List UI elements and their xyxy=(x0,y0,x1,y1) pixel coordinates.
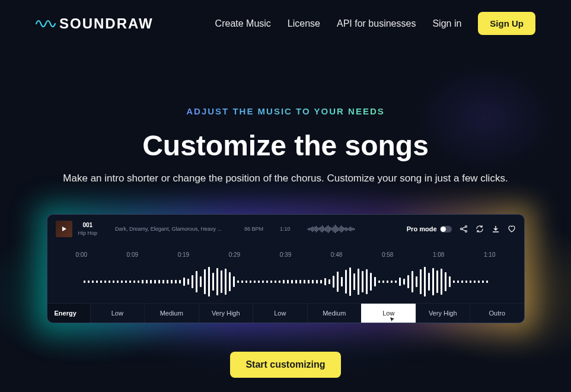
nav-api[interactable]: API for businesses xyxy=(337,18,416,29)
track-duration: 1:10 xyxy=(280,226,291,232)
track-thumbnail[interactable] xyxy=(56,221,72,237)
energy-label: Energy xyxy=(47,304,90,323)
energy-row: Energy LowMediumVery HighLowMediumLowVer… xyxy=(47,303,524,323)
track-tags: Dark, Dreamy, Elegant, Glamorous, Heavy … xyxy=(115,226,222,232)
energy-segment[interactable]: Outro xyxy=(470,304,524,323)
waveform[interactable] xyxy=(47,260,524,303)
energy-segment[interactable]: Low xyxy=(361,304,416,323)
energy-segment[interactable]: Low xyxy=(253,304,307,323)
toggle-icon xyxy=(440,226,452,232)
track-id: 001 xyxy=(78,222,98,228)
energy-segment[interactable]: Very High xyxy=(199,304,253,323)
signup-button[interactable]: Sign Up xyxy=(478,12,535,35)
regenerate-icon[interactable] xyxy=(476,225,484,233)
energy-segment[interactable]: Low xyxy=(90,304,145,323)
hero-subhead: Make an intro shorter or change the posi… xyxy=(0,173,571,184)
time-mark: 1:08 xyxy=(433,251,444,258)
site-header: SOUNDRAW Create Music License API for bu… xyxy=(0,0,571,47)
start-customizing-button[interactable]: Start customizing xyxy=(230,352,340,378)
time-mark: 0:58 xyxy=(382,251,393,258)
time-mark: 0:48 xyxy=(331,251,342,258)
main-nav: Create Music License API for businesses … xyxy=(215,12,535,35)
nav-signin[interactable]: Sign in xyxy=(432,18,461,29)
logo-text: SOUNDRAW xyxy=(59,15,154,32)
eyebrow-text: ADJUST THE MUSIC TO YOUR NEEDS xyxy=(0,106,571,116)
mini-waveform xyxy=(308,225,355,233)
svg-point-0 xyxy=(460,228,462,230)
editor-panel: 001 Hip Hop Dark, Dreamy, Elegant, Glamo… xyxy=(47,214,525,323)
time-marks: 0:000:090:190:290:390:480:581:081:10 xyxy=(76,251,496,258)
energy-segment[interactable]: Medium xyxy=(144,304,199,323)
hero-section: ADJUST THE MUSIC TO YOUR NEEDS Customize… xyxy=(0,47,571,378)
nav-license[interactable]: License xyxy=(288,18,320,29)
heart-icon[interactable] xyxy=(508,225,516,233)
hero-headline: Customize the songs xyxy=(0,129,571,162)
logo-wave-icon xyxy=(36,15,56,32)
share-icon[interactable] xyxy=(460,225,468,233)
nav-create-music[interactable]: Create Music xyxy=(215,18,271,29)
time-mark: 0:09 xyxy=(127,251,138,258)
editor-preview: 001 Hip Hop Dark, Dreamy, Elegant, Glamo… xyxy=(47,214,525,323)
time-mark: 0:29 xyxy=(229,251,240,258)
track-actions: Pro mode xyxy=(407,225,516,233)
timeline: 0:000:090:190:290:390:480:581:081:10 xyxy=(47,243,524,260)
time-mark: 1:10 xyxy=(484,251,495,258)
track-genre: Hip Hop xyxy=(78,230,98,236)
download-icon[interactable] xyxy=(492,225,500,233)
svg-point-1 xyxy=(465,226,467,228)
svg-point-2 xyxy=(465,231,467,232)
logo[interactable]: SOUNDRAW xyxy=(36,15,154,32)
time-mark: 0:39 xyxy=(280,251,291,258)
track-meta: 001 Hip Hop xyxy=(78,222,98,236)
cursor-icon xyxy=(390,316,395,321)
energy-segments: LowMediumVery HighLowMediumLowVery HighO… xyxy=(90,304,524,323)
time-mark: 0:19 xyxy=(178,251,189,258)
play-icon xyxy=(62,227,66,231)
track-bpm: 86 BPM xyxy=(244,226,263,232)
track-header: 001 Hip Hop Dark, Dreamy, Elegant, Glamo… xyxy=(47,215,524,243)
pro-mode-label: Pro mode xyxy=(407,225,437,232)
energy-segment[interactable]: Very High xyxy=(416,304,470,323)
time-mark: 0:00 xyxy=(76,251,87,258)
energy-segment[interactable]: Medium xyxy=(307,304,362,323)
pro-mode-toggle[interactable]: Pro mode xyxy=(407,225,452,232)
